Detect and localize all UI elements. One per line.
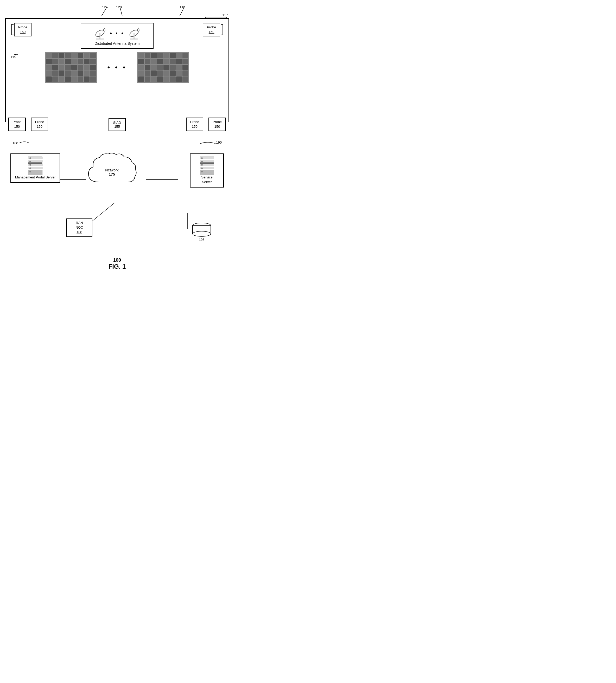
service-server-box: ServiceServer xyxy=(190,154,224,187)
management-server-icon xyxy=(28,157,42,174)
probe-box-right-top: Probe 150 xyxy=(203,23,220,37)
probe-right-top: Probe 150 xyxy=(203,23,224,37)
probe-box-left-top: Probe 150 xyxy=(14,23,31,37)
bracket-right-top xyxy=(220,23,224,36)
ran-noc-wrapper: RANNOC180 xyxy=(66,219,92,237)
ref-115-area: 115 xyxy=(10,55,16,59)
ref-190: 190 xyxy=(216,140,222,144)
service-server-icon xyxy=(200,157,214,174)
bracket-left-top xyxy=(10,23,14,36)
seats-row: • • • xyxy=(10,52,224,83)
probe-num-left-top: 150 xyxy=(20,30,26,34)
das-box-wrapper: • • • Distributed Antenna System xyxy=(81,23,154,49)
antenna-left-icon xyxy=(93,26,107,40)
bracket-117 xyxy=(203,16,229,21)
dots-center: • • • xyxy=(108,63,127,71)
service-server-wrapper: ServiceServer xyxy=(190,154,224,187)
das-label: Distributed Antenna System xyxy=(86,41,148,46)
bottom-section: 160 Management Portal Server xyxy=(5,143,229,252)
figure-title: FIG. 1 xyxy=(5,263,229,270)
ref-190-area: 190 xyxy=(216,140,222,144)
arrow-190 xyxy=(200,141,216,146)
das-box: • • • Distributed Antenna System xyxy=(81,23,154,49)
ran-noc-box: RANNOC180 xyxy=(66,219,92,237)
venue-box: 117 Probe 150 xyxy=(5,18,229,122)
db-wrapper: 195 xyxy=(191,222,212,242)
dots-das: • • • xyxy=(110,30,124,37)
figure-number: 100 xyxy=(5,257,229,263)
service-server-label: ServiceServer xyxy=(195,175,219,184)
seats-image-right xyxy=(137,52,189,83)
network-cloud-wrapper: Network 175 xyxy=(83,151,140,193)
antenna-right-icon xyxy=(127,26,141,40)
svg-marker-9 xyxy=(14,54,16,55)
ref-160: 160 xyxy=(13,141,18,145)
db-icon xyxy=(191,222,212,237)
management-portal-box: Management Portal Server xyxy=(10,154,60,183)
ref-110: 110 xyxy=(180,5,185,9)
arrow-160 xyxy=(19,140,30,146)
ref-120: 120 xyxy=(116,5,122,9)
seats-image-left xyxy=(45,52,97,83)
probe-left-top: Probe 150 xyxy=(10,23,31,37)
siad-to-network-line xyxy=(5,122,229,143)
probe-num-right-top: 150 xyxy=(209,30,215,34)
network-label: Network 175 xyxy=(105,168,118,176)
svg-point-19 xyxy=(193,231,211,236)
siad-connector-area xyxy=(5,122,229,143)
management-portal-label: Management Portal Server xyxy=(15,175,56,180)
diagram-container: 125 120 110 117 Probe 150 xyxy=(5,5,229,270)
figure-label: 100 FIG. 1 xyxy=(5,257,229,270)
arrow-115 xyxy=(14,47,22,56)
db-label: 195 xyxy=(191,238,212,242)
ref-160-area: 160 xyxy=(13,140,30,146)
management-portal-wrapper: Management Portal Server xyxy=(10,154,60,183)
ref-125: 125 xyxy=(102,5,108,9)
